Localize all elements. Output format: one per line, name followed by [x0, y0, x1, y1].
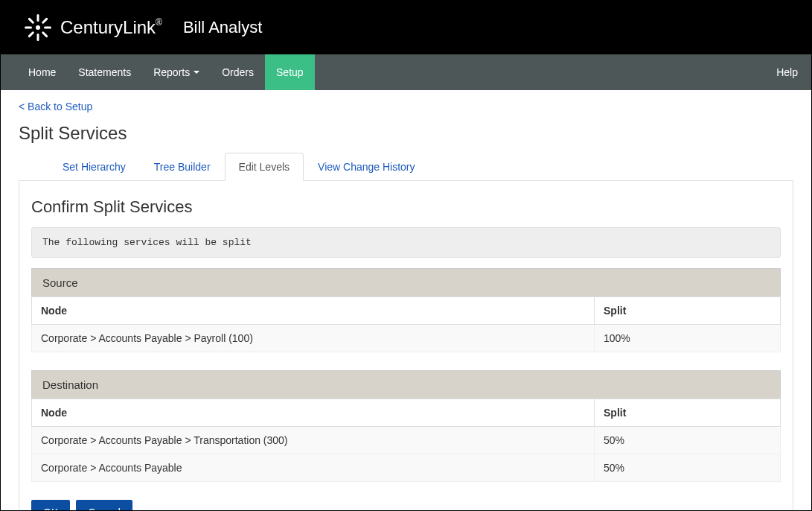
- cancel-button[interactable]: Cancel: [76, 500, 132, 511]
- nav-setup[interactable]: Setup: [265, 54, 315, 90]
- nav-orders[interactable]: Orders: [211, 54, 265, 90]
- page-title: Split Services: [19, 123, 793, 144]
- svg-rect-7: [28, 17, 34, 24]
- svg-rect-6: [28, 31, 34, 38]
- tab-set-hierarchy[interactable]: Set Hierarchy: [48, 153, 140, 181]
- source-group: Source Node Split Corporate > Accounts P…: [31, 268, 781, 352]
- app-title: Bill Analyst: [183, 18, 262, 37]
- table-row: Corporate > Accounts Payable > Transport…: [32, 427, 781, 454]
- main-nav: Home Statements Reports Orders Setup Hel…: [1, 54, 811, 90]
- content-area: < Back to Setup Split Services Set Hiera…: [1, 90, 811, 511]
- destination-header: Destination: [31, 370, 781, 399]
- destination-split-cell: 50%: [595, 454, 781, 482]
- destination-node-cell: Corporate > Accounts Payable: [32, 454, 595, 482]
- brand-name: CenturyLink®: [60, 17, 162, 38]
- section-title: Confirm Split Services: [31, 197, 781, 217]
- destination-split-cell: 50%: [595, 427, 781, 454]
- centurylink-logo-icon: [23, 13, 53, 42]
- button-row: OK Cancel: [31, 500, 781, 511]
- source-col-node: Node: [32, 297, 595, 325]
- svg-rect-5: [42, 17, 48, 24]
- source-header: Source: [31, 268, 781, 296]
- svg-rect-1: [37, 14, 39, 22]
- tab-edit-levels[interactable]: Edit Levels: [225, 153, 304, 181]
- destination-col-split: Split: [595, 399, 781, 427]
- svg-rect-3: [25, 27, 32, 29]
- nav-statements[interactable]: Statements: [67, 54, 142, 90]
- ok-button[interactable]: OK: [31, 500, 70, 511]
- tab-bar: Set Hierarchy Tree Builder Edit Levels V…: [19, 153, 793, 181]
- brand-logo: CenturyLink®: [23, 13, 162, 42]
- destination-node-cell: Corporate > Accounts Payable > Transport…: [32, 427, 595, 454]
- nav-help[interactable]: Help: [763, 54, 811, 90]
- destination-group: Destination Node Split Corporate > Accou…: [31, 370, 781, 482]
- table-row: Corporate > Accounts Payable > Payroll (…: [32, 325, 781, 352]
- source-table: Node Split Corporate > Accounts Payable …: [31, 296, 781, 352]
- caret-down-icon: [194, 71, 199, 74]
- nav-reports[interactable]: Reports: [142, 54, 211, 90]
- destination-col-node: Node: [32, 399, 595, 427]
- destination-table: Node Split Corporate > Accounts Payable …: [31, 399, 781, 482]
- svg-rect-8: [42, 31, 48, 38]
- nav-home[interactable]: Home: [17, 54, 67, 90]
- tab-tree-builder[interactable]: Tree Builder: [140, 153, 225, 181]
- back-to-setup-link[interactable]: < Back to Setup: [19, 101, 92, 112]
- tab-panel: Confirm Split Services The following ser…: [19, 181, 793, 511]
- source-split-cell: 100%: [595, 325, 781, 352]
- table-row: Corporate > Accounts Payable 50%: [32, 454, 781, 482]
- source-node-cell: Corporate > Accounts Payable > Payroll (…: [32, 325, 595, 352]
- info-message: The following services will be split: [31, 227, 781, 258]
- app-header: CenturyLink® Bill Analyst: [1, 1, 811, 54]
- svg-rect-4: [44, 27, 51, 29]
- svg-rect-2: [37, 34, 39, 41]
- source-col-split: Split: [595, 297, 781, 325]
- svg-point-0: [36, 25, 40, 30]
- tab-view-change-history[interactable]: View Change History: [304, 153, 429, 181]
